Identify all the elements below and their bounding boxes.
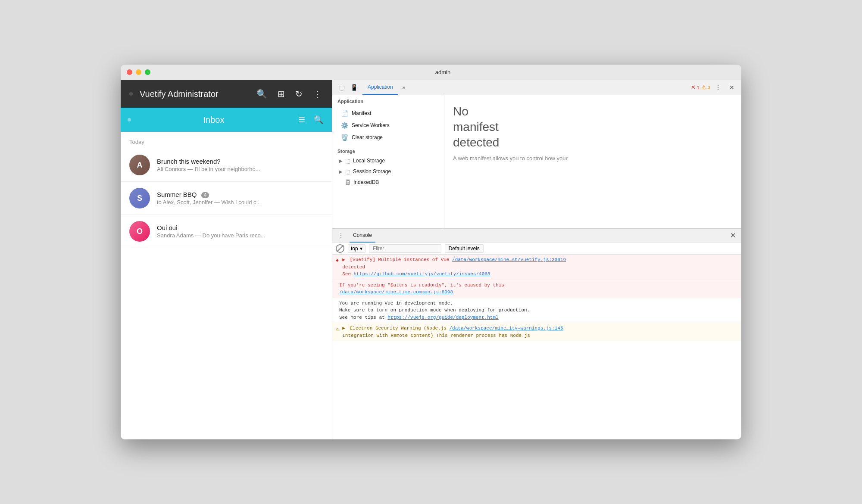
indexeddb-item[interactable]: 🗄 IndexedDB (332, 177, 444, 188)
inspect-icon[interactable]: ⬚ (336, 81, 348, 93)
devtools-close-btn[interactable]: ✕ (726, 81, 738, 93)
indexeddb-icon: 🗄 (345, 179, 351, 186)
traffic-lights (127, 69, 150, 75)
expand-icon[interactable]: ▶ (342, 326, 345, 331)
message-preview: Ali Connors — I'll be in your neighborho… (157, 166, 323, 172)
manifest-subtitle: A web manifest allows you to control how… (453, 154, 733, 163)
inbox-search-icon[interactable]: 🔍 (312, 114, 325, 125)
clear-storage-label: Clear storage (352, 134, 383, 140)
message-content: Summer BBQ 4 to Alex, Scott, Jennifer — … (157, 191, 323, 205)
tab-application[interactable]: Application (362, 80, 398, 95)
expand-icon[interactable]: ▶ (342, 257, 345, 262)
grid-icon-btn[interactable]: ⊞ (276, 88, 287, 100)
warning-icon: ⚠ (336, 325, 339, 339)
devtools-tab-icons: ⬚ 📱 (336, 80, 360, 95)
message-item[interactable]: O Oui oui Sandra Adams — Do you have Par… (121, 215, 332, 248)
minimize-button[interactable] (136, 69, 141, 75)
context-selector[interactable]: top ▾ (348, 244, 365, 253)
app-section: 📄 Manifest ⚙️ Service Workers 🗑️ Clear s… (332, 106, 444, 145)
device-icon[interactable]: 📱 (348, 81, 360, 93)
content-area: Vuetify Administrator 🔍 ⊞ ↻ ⋮ Inbox ☰ 🔍 … (121, 80, 741, 439)
message-preview: Sandra Adams — Do you have Paris reco... (157, 232, 323, 239)
console-message-text: You are running Vue in development mode.… (339, 300, 738, 321)
application-panel: Application 📄 Manifest ⚙️ Service Worker… (332, 95, 444, 228)
message-subject: Oui oui (157, 224, 323, 231)
service-workers-icon: ⚙️ (341, 122, 348, 129)
console-toolbar: top ▾ Default levels (332, 243, 741, 255)
console-levels-select[interactable]: Default levels (445, 244, 484, 253)
maximize-button[interactable] (145, 69, 150, 75)
topbar-dot (129, 92, 133, 96)
session-storage-icon: ⬚ (345, 168, 350, 175)
chevron-down-icon: ▾ (360, 246, 362, 252)
storage-header: Storage (332, 145, 444, 156)
console-message: ⚠ ▶ Electron Security Warning (Node.js /… (332, 323, 741, 341)
console-link[interactable]: /data/workspace/mine…time.common.js:8098 (339, 289, 453, 295)
more-icon-btn[interactable]: ⋮ (311, 88, 323, 100)
console-tab[interactable]: Console (350, 229, 375, 243)
console-close-btn[interactable]: ✕ (728, 230, 738, 241)
service-workers-label: Service Workers (352, 122, 390, 128)
clear-storage-item[interactable]: 🗑️ Clear storage (332, 131, 444, 143)
devtools-panel: ⬚ 📱 Application » ✕ 1 ⚠ 3 ⋮ (332, 80, 741, 439)
service-workers-item[interactable]: ⚙️ Service Workers (332, 119, 444, 131)
indexeddb-label: IndexedDB (353, 179, 379, 185)
local-storage-item[interactable]: ▶ ⬚ Local Storage (332, 156, 444, 166)
manifest-item[interactable]: 📄 Manifest (332, 107, 444, 119)
message-content: Brunch this weekend? Ali Connors — I'll … (157, 158, 323, 172)
inbox-bar: Inbox ☰ 🔍 (121, 108, 332, 132)
session-storage-item[interactable]: ▶ ⬚ Session Storage (332, 166, 444, 177)
manifest-label: Manifest (352, 110, 371, 116)
inbox-dot (128, 118, 131, 121)
console-link[interactable]: /data/workspace/mine…st/vuetify.js:23019 (452, 257, 566, 262)
console-messages: ● ▶ [Vuetify] Multiple instances of Vue … (332, 255, 741, 439)
devtools-bottom: ⋮ Console ✕ top ▾ (332, 228, 741, 439)
message-badge: 4 (201, 192, 209, 198)
avatar: S (129, 188, 150, 208)
console-dots-btn[interactable]: ⋮ (336, 230, 346, 241)
clear-console-btn[interactable] (336, 244, 344, 253)
console-link[interactable]: /data/workspace/mine…ity-warnings.js:145 (450, 326, 563, 331)
console-message-text: If you're seeing "$attrs is readonly", i… (339, 282, 738, 296)
avatar: O (129, 221, 150, 242)
console-header: ⋮ Console ✕ (332, 229, 741, 243)
inbox-menu-icon[interactable]: ☰ (297, 114, 307, 125)
message-subject: Brunch this weekend? (157, 158, 323, 165)
arrow-icon: ▶ (339, 159, 343, 163)
close-button[interactable] (127, 69, 132, 75)
manifest-icon: 📄 (341, 110, 348, 117)
console-link[interactable]: https://vuejs.org/guide/deployment.html (387, 315, 498, 320)
devtools-split: Application 📄 Manifest ⚙️ Service Worker… (332, 95, 741, 439)
console-message-text: ▶ [Vuetify] Multiple instances of Vue /d… (342, 256, 738, 278)
manifest-panel: Nomanifestdetected A web manifest allows… (444, 95, 741, 228)
tab-more[interactable]: » (399, 80, 409, 95)
devtools-top: Application 📄 Manifest ⚙️ Service Worker… (332, 95, 741, 228)
local-storage-icon: ⬚ (345, 158, 350, 164)
console-message: If you're seeing "$attrs is readonly", i… (332, 280, 741, 298)
message-subject: Summer BBQ 4 (157, 191, 323, 198)
message-list: Today A Brunch this weekend? Ali Connors… (121, 132, 332, 439)
date-header: Today (121, 132, 332, 149)
refresh-icon-btn[interactable]: ↻ (294, 88, 304, 100)
local-storage-label: Local Storage (353, 158, 385, 164)
titlebar: admin (121, 65, 741, 80)
message-preview: to Alex, Scott, Jennifer — Wish I could … (157, 199, 323, 205)
app-section-header: Application (332, 95, 444, 106)
session-storage-label: Session Storage (353, 168, 391, 174)
console-link[interactable]: https://github.com/vuetifyjs/vuetify/iss… (354, 271, 490, 277)
avatar: A (129, 155, 150, 175)
message-item[interactable]: S Summer BBQ 4 to Alex, Scott, Jennifer … (121, 182, 332, 215)
search-icon-btn[interactable]: 🔍 (255, 88, 269, 100)
devtools-more-btn[interactable]: ⋮ (712, 81, 724, 93)
console-filter-input[interactable] (369, 244, 441, 253)
app-topbar: Vuetify Administrator 🔍 ⊞ ↻ ⋮ (121, 80, 332, 108)
clear-storage-icon: 🗑️ (341, 134, 348, 141)
warning-count-badge: ⚠ 3 (701, 84, 710, 90)
arrow-icon: ▶ (339, 169, 343, 174)
manifest-title: Nomanifestdetected (453, 104, 733, 151)
error-count-badge: ✕ 1 (691, 84, 700, 90)
inbox-title: Inbox (136, 115, 291, 125)
message-item[interactable]: A Brunch this weekend? Ali Connors — I'l… (121, 149, 332, 182)
console-message: ● ▶ [Vuetify] Multiple instances of Vue … (332, 255, 741, 280)
window-title: admin (150, 69, 735, 75)
